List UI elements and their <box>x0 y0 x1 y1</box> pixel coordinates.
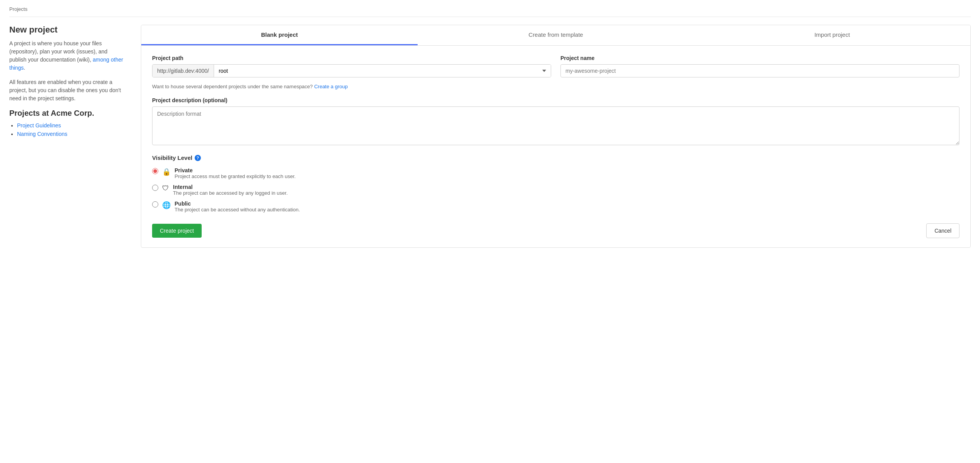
sidebar-description-1: A project is where you house your files … <box>9 39 125 72</box>
shield-icon: 🛡 <box>162 184 169 192</box>
form-actions: Create project Cancel <box>152 223 959 238</box>
sidebar: New project A project is where you house… <box>9 25 125 139</box>
tab-create-from-template[interactable]: Create from template <box>418 25 694 45</box>
description-label: Project description (optional) <box>152 97 959 103</box>
namespace-help-text: Want to house several dependent projects… <box>152 84 959 89</box>
path-input-container: http://gitlab.dev:4000/ root <box>152 64 551 77</box>
visibility-label-row: Visibility Level ? <box>152 154 959 161</box>
list-item: Naming Conventions <box>17 131 125 137</box>
sidebar-links: Project Guidelines Naming Conventions <box>9 122 125 137</box>
create-project-button[interactable]: Create project <box>152 224 202 238</box>
visibility-option-public: 🌐 Public The project can be accessed wit… <box>152 201 959 213</box>
visibility-radio-private[interactable] <box>152 168 158 174</box>
create-group-link[interactable]: Create a group <box>314 84 348 89</box>
lock-icon: 🔒 <box>162 168 171 176</box>
visibility-name-public: Public <box>175 201 300 207</box>
page-breadcrumb: Projects <box>9 6 971 17</box>
sidebar-subheading: Projects at Acme Corp. <box>9 109 125 118</box>
main-panel: Blank project Create from template Impor… <box>141 25 971 248</box>
tabs-bar: Blank project Create from template Impor… <box>141 25 970 46</box>
visibility-radio-internal[interactable] <box>152 185 158 191</box>
project-name-input[interactable] <box>560 64 959 77</box>
description-group: Project description (optional) <box>152 97 959 145</box>
visibility-name-internal: Internal <box>173 184 288 190</box>
visibility-desc-internal: The project can be accessed by any logge… <box>173 190 288 196</box>
visibility-radio-public[interactable] <box>152 201 158 207</box>
visibility-option-private: 🔒 Private Project access must be granted… <box>152 167 959 179</box>
path-prefix: http://gitlab.dev:4000/ <box>152 65 214 77</box>
path-name-row: Project path http://gitlab.dev:4000/ roo… <box>152 55 959 77</box>
sidebar-description-2: All features are enabled when you create… <box>9 78 125 103</box>
namespace-select[interactable]: root <box>214 65 551 77</box>
tab-import-project[interactable]: Import project <box>694 25 970 45</box>
list-item: Project Guidelines <box>17 122 125 129</box>
project-name-group: Project name <box>560 55 959 77</box>
project-path-group: Project path http://gitlab.dev:4000/ roo… <box>152 55 551 77</box>
project-name-label: Project name <box>560 55 959 61</box>
visibility-option-internal: 🛡 Internal The project can be accessed b… <box>152 184 959 196</box>
visibility-help-icon[interactable]: ? <box>195 155 201 161</box>
project-path-label: Project path <box>152 55 551 61</box>
project-guidelines-link[interactable]: Project Guidelines <box>17 122 61 129</box>
form-body: Project path http://gitlab.dev:4000/ roo… <box>141 46 970 247</box>
sidebar-heading: New project <box>9 25 125 35</box>
visibility-desc-public: The project can be accessed without any … <box>175 207 300 213</box>
visibility-name-private: Private <box>175 167 296 173</box>
naming-conventions-link[interactable]: Naming Conventions <box>17 131 67 137</box>
cancel-button[interactable]: Cancel <box>926 223 959 238</box>
tab-blank-project[interactable]: Blank project <box>141 25 418 45</box>
visibility-section: Visibility Level ? 🔒 Private Project acc… <box>152 154 959 213</box>
visibility-desc-private: Project access must be granted explicitl… <box>175 173 296 179</box>
visibility-title: Visibility Level <box>152 154 192 161</box>
globe-icon: 🌐 <box>162 201 171 209</box>
visibility-options: 🔒 Private Project access must be granted… <box>152 167 959 213</box>
description-textarea[interactable] <box>152 106 959 145</box>
